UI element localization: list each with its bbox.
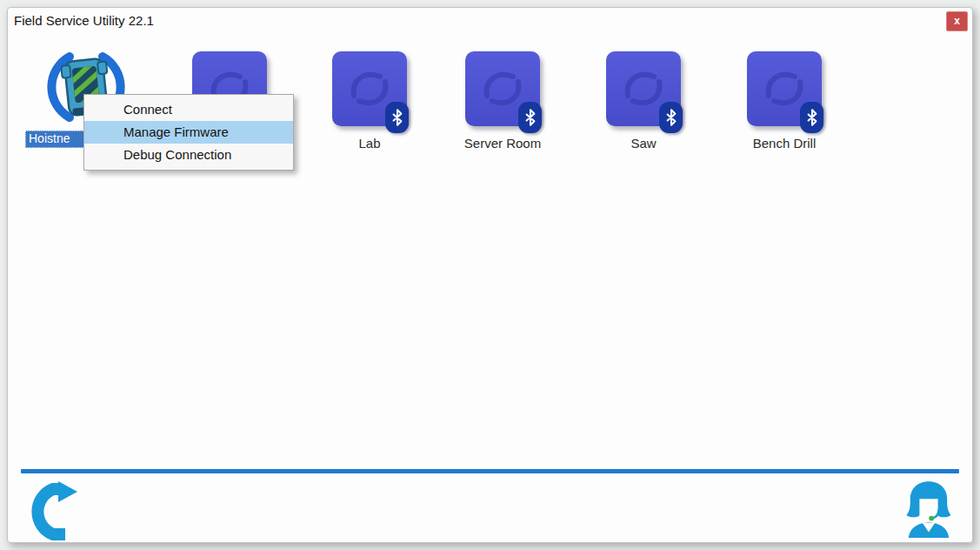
context-menu: Connect Manage Firmware Debug Connection [83,94,294,171]
device-label: Lab [315,136,424,151]
device-label: Saw [589,136,698,151]
menu-item-debug-connection[interactable]: Debug Connection [84,144,293,166]
close-button[interactable]: x [946,11,968,31]
bluetooth-icon [391,107,403,128]
refresh-icon [22,480,83,541]
menu-item-manage-firmware[interactable]: Manage Firmware [84,121,293,144]
title-bar: Field Service Utility 22.1 x [8,8,972,34]
app-window: Field Service Utility 22.1 x [7,7,973,543]
refresh-button[interactable] [22,480,83,545]
bluetooth-badge [659,102,683,133]
support-button[interactable] [898,479,959,543]
close-icon: x [954,15,960,27]
footer-divider [21,469,959,473]
menu-item-connect[interactable]: Connect [84,98,293,121]
window-title: Field Service Utility 22.1 [14,13,154,28]
bluetooth-badge [800,102,823,133]
bluetooth-icon [665,107,677,128]
bluetooth-icon [524,107,537,128]
bluetooth-badge [385,102,409,133]
bluetooth-icon [806,107,818,128]
support-agent-icon [898,479,959,540]
device-label: Server Room [448,136,557,151]
device-label: Bench Drill [730,136,839,151]
bluetooth-badge [518,102,542,133]
